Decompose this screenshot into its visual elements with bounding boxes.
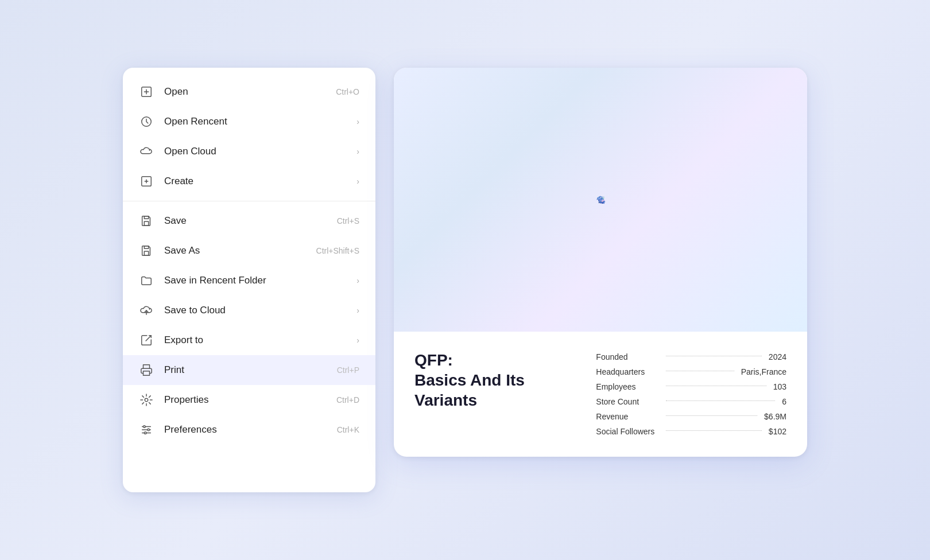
chevron-right-icon-5: › xyxy=(356,306,359,315)
menu-item-open-recent[interactable]: Open Rencent › xyxy=(123,107,375,137)
save-as-icon xyxy=(139,243,154,258)
menu-item-properties[interactable]: Properties Ctrl+D xyxy=(123,385,375,415)
menu-item-export[interactable]: Export to › xyxy=(123,325,375,355)
preferences-icon xyxy=(139,422,154,437)
stat-value-social-followers: $102 xyxy=(769,427,786,436)
cloud-icon xyxy=(139,144,154,159)
menu-label-save-recent-folder: Save in Rencent Folder xyxy=(164,275,356,286)
stat-label-founded: Founded xyxy=(596,352,659,361)
menu-shortcut-properties: Ctrl+D xyxy=(336,395,359,405)
save-icon xyxy=(139,213,154,228)
context-menu: Open Ctrl+O Open Rencent › Open Cloud › … xyxy=(123,68,375,492)
divider-1 xyxy=(123,201,375,201)
menu-shortcut-open: Ctrl+O xyxy=(336,87,359,96)
menu-label-print: Print xyxy=(164,364,337,376)
open-icon xyxy=(139,84,154,99)
menu-label-preferences: Preferences xyxy=(164,424,337,435)
folder-icon xyxy=(139,273,154,288)
chevron-right-icon: › xyxy=(356,117,359,126)
document-stats: Founded 2024 Headquarters Paris,France E… xyxy=(596,350,786,436)
stat-value-headquarters: Paris,France xyxy=(741,367,786,376)
menu-label-export: Export to xyxy=(164,335,356,346)
menu-label-properties: Properties xyxy=(164,394,336,406)
document-card: QFP:Basics And ItsVariants Founded 2024 … xyxy=(394,68,807,457)
stat-value-employees: 103 xyxy=(773,382,786,391)
menu-label-create: Create xyxy=(164,176,356,187)
stat-dots-revenue xyxy=(666,415,757,416)
menu-item-save[interactable]: Save Ctrl+S xyxy=(123,206,375,236)
chevron-right-icon-4: › xyxy=(356,276,359,285)
svg-rect-7 xyxy=(144,221,148,225)
stat-row-store-count: Store Count 6 xyxy=(596,397,786,406)
svg-point-18 xyxy=(148,429,150,431)
stat-label-employees: Employees xyxy=(596,382,659,391)
menu-item-open-cloud[interactable]: Open Cloud › xyxy=(123,137,375,166)
stat-row-headquarters: Headquarters Paris,France xyxy=(596,367,786,376)
document-title: QFP:Basics And ItsVariants xyxy=(414,350,573,436)
stat-label-store-count: Store Count xyxy=(596,397,659,406)
menu-label-open: Open xyxy=(164,86,336,98)
stat-dots-headquarters xyxy=(666,371,734,371)
svg-point-19 xyxy=(144,432,146,434)
stat-dots-social-followers xyxy=(666,430,761,431)
menu-shortcut-preferences: Ctrl+K xyxy=(337,425,359,434)
stat-row-social-followers: Social Followers $102 xyxy=(596,427,786,436)
stat-value-revenue: $6.9M xyxy=(764,412,786,421)
menu-label-open-cloud: Open Cloud xyxy=(164,146,356,157)
menu-item-print[interactable]: Print Ctrl+P xyxy=(123,355,375,385)
svg-rect-10 xyxy=(144,246,148,249)
stat-value-founded: 2024 xyxy=(769,352,786,361)
print-icon xyxy=(139,363,154,378)
properties-icon xyxy=(139,392,154,407)
cloud-upload-icon xyxy=(139,303,154,318)
stat-value-store-count: 6 xyxy=(782,397,786,406)
stat-label-revenue: Revenue xyxy=(596,412,659,421)
menu-shortcut-print: Ctrl+P xyxy=(337,365,359,375)
menu-item-save-recent-folder[interactable]: Save in Rencent Folder › xyxy=(123,266,375,295)
stat-dots-store-count xyxy=(666,400,775,401)
menu-item-preferences[interactable]: Preferences Ctrl+K xyxy=(123,415,375,445)
export-icon xyxy=(139,333,154,348)
stat-dots-founded xyxy=(666,356,761,356)
menu-label-open-recent: Open Rencent xyxy=(164,116,356,127)
clock-icon xyxy=(139,114,154,129)
document-image xyxy=(394,68,807,332)
menu-item-create[interactable]: Create › xyxy=(123,166,375,196)
stat-label-headquarters: Headquarters xyxy=(596,367,659,376)
menu-label-save: Save xyxy=(164,215,337,227)
chevron-right-icon-6: › xyxy=(356,336,359,345)
main-container: Open Ctrl+O Open Rencent › Open Cloud › … xyxy=(111,56,819,504)
menu-shortcut-save-as: Ctrl+Shift+S xyxy=(316,246,359,255)
svg-point-17 xyxy=(144,426,146,428)
menu-item-open[interactable]: Open Ctrl+O xyxy=(123,77,375,107)
svg-rect-8 xyxy=(144,216,148,219)
svg-line-11 xyxy=(146,336,151,341)
svg-rect-12 xyxy=(144,371,150,375)
svg-rect-9 xyxy=(144,251,148,255)
chevron-right-icon-3: › xyxy=(356,177,359,186)
stat-dots-employees xyxy=(666,386,766,386)
svg-point-13 xyxy=(145,398,148,402)
stat-row-employees: Employees 103 xyxy=(596,382,786,391)
stat-row-revenue: Revenue $6.9M xyxy=(596,412,786,421)
stat-label-social-followers: Social Followers xyxy=(596,427,659,436)
menu-label-save-as: Save As xyxy=(164,245,316,256)
chevron-right-icon-2: › xyxy=(356,147,359,156)
menu-shortcut-save: Ctrl+S xyxy=(337,216,359,225)
create-icon xyxy=(139,174,154,189)
menu-item-save-cloud[interactable]: Save to Cloud › xyxy=(123,295,375,325)
document-info: QFP:Basics And ItsVariants Founded 2024 … xyxy=(394,332,807,457)
menu-item-save-as[interactable]: Save As Ctrl+Shift+S xyxy=(123,236,375,266)
stat-row-founded: Founded 2024 xyxy=(596,352,786,361)
menu-label-save-cloud: Save to Cloud xyxy=(164,305,356,316)
blocks-visual xyxy=(594,193,607,206)
